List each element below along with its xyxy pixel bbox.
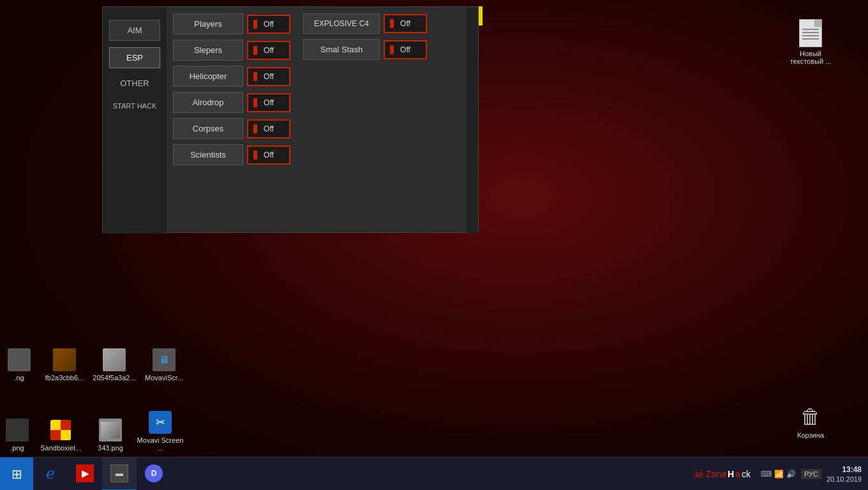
- desktop-icon-343[interactable]: 343.png: [87, 419, 134, 452]
- movavi-monitor-img: 🖥: [153, 348, 176, 371]
- movavi-scr-label: MovaviScr...: [145, 374, 183, 382]
- entity-players[interactable]: Players: [173, 13, 243, 34]
- movavi2-icon: ✂: [156, 415, 165, 429]
- entity-corpses[interactable]: Corpses: [173, 118, 243, 139]
- recycle-label: Корзина: [797, 431, 824, 439]
- 343-label: 343.png: [98, 444, 123, 452]
- nav-start-hack: START HACK: [110, 98, 159, 114]
- nav-aim[interactable]: AIM: [109, 20, 160, 41]
- discord-symbol: D: [151, 469, 157, 478]
- sq4: [61, 430, 71, 440]
- new-text-label: Новый текстовый ...: [785, 50, 836, 65]
- desktop-icon-movavi2[interactable]: ✂ Movavi Screen ...: [137, 411, 184, 452]
- file-line-2: [802, 32, 819, 33]
- 343-img: [99, 419, 122, 442]
- file-line-4: [802, 38, 819, 40]
- row-airodrop: Airodrop Off: [173, 92, 290, 113]
- 2054-img: [103, 348, 126, 371]
- nav-other: OTHER: [117, 75, 152, 92]
- file-icon: [799, 19, 822, 47]
- red-app-symbol: ▶: [82, 468, 89, 479]
- taskbar: ⊞ ℯ ▶ ▬ D ☠ Zona H: [0, 457, 868, 490]
- row-helicopter: Helicopter Off: [173, 66, 290, 87]
- fb2a-thumb: [53, 348, 76, 371]
- desktop-icon-2054[interactable]: 2054f5a3a2...: [91, 348, 138, 382]
- toggle-explosive-c4[interactable]: Off: [384, 14, 427, 33]
- entity-helicopter[interactable]: Helicopter: [173, 66, 243, 87]
- nav-esp[interactable]: ESP: [109, 47, 160, 68]
- partial-icon-label: .ng: [14, 374, 24, 382]
- taskbar-red-app[interactable]: ▶: [68, 457, 102, 491]
- zona-text-2: H: [728, 469, 734, 479]
- sandboxie-label: Sandboxiel...: [40, 444, 81, 452]
- row-smal-stash: Smal Stash Off: [303, 39, 427, 60]
- desktop-icon-partial2[interactable]: .png: [0, 419, 34, 452]
- file-line-3: [802, 35, 819, 36]
- fb2a-label: fb2a3cbb6...: [45, 374, 84, 382]
- entity-smal-stash[interactable]: Smal Stash: [303, 39, 380, 60]
- toggle-smal-stash[interactable]: Off: [384, 40, 427, 59]
- desktop-icon-movavi-scr[interactable]: 🖥 MovaviScr...: [140, 348, 188, 382]
- sandboxie-checker: [50, 420, 71, 440]
- desktop-icon-sandboxie[interactable]: Sandboxiel...: [37, 419, 84, 452]
- clock-date: 20.10.2019: [827, 475, 862, 483]
- entity-explosive-c4[interactable]: EXPLOSIVE C4: [303, 13, 380, 34]
- partial2-label: .png: [10, 444, 24, 452]
- ie-icon: ℯ: [46, 464, 55, 482]
- zona-skull-icon: ☠: [693, 466, 705, 482]
- windows-icon: ⊞: [11, 466, 22, 482]
- row-corpses: Corpses Off: [173, 118, 290, 139]
- hack-window: AIM ESP OTHER START HACK Players Off Sle…: [102, 6, 479, 233]
- system-tray-icons: ⌨ 📶 🔊: [761, 470, 796, 479]
- red-app-icon: ▶: [76, 464, 94, 482]
- zona-text-3: a: [735, 469, 740, 479]
- active-window-symbol: ▬: [116, 469, 123, 478]
- right-column: EXPLOSIVE C4 Off Smal Stash Off: [303, 13, 427, 226]
- entity-airodrop[interactable]: Airodrop: [173, 92, 243, 113]
- file-lines: [802, 29, 819, 41]
- zona-text-1: Zona: [706, 469, 726, 479]
- start-button[interactable]: ⊞: [0, 457, 33, 491]
- taskbar-active-window[interactable]: ▬: [102, 457, 137, 491]
- active-window-icon: ▬: [110, 464, 128, 482]
- row-slepers: Slepers Off: [173, 40, 290, 61]
- taskbar-ie[interactable]: ℯ: [33, 457, 68, 491]
- toggle-slepers[interactable]: Off: [247, 41, 290, 60]
- desktop-icon-new-text[interactable]: Новый текстовый ...: [785, 19, 836, 65]
- tray-icon-3: 🔊: [786, 470, 796, 479]
- entity-slepers[interactable]: Slepers: [173, 40, 243, 61]
- movavi2-label: Movavi Screen ...: [137, 436, 184, 452]
- partial2-img: [6, 419, 29, 442]
- movavi2-img: ✂: [149, 411, 172, 434]
- sq3: [50, 430, 61, 440]
- desktop-bottom-row1: .ng fb2a3cbb6... 2054f5a3a2... 🖥 MovaviS…: [0, 348, 188, 382]
- partial-icon-img: [8, 348, 31, 371]
- desktop-icon-fb2a[interactable]: fb2a3cbb6...: [41, 348, 88, 382]
- row-scientists: Scientists Off: [173, 144, 290, 165]
- desktop-bottom-row2: .png Sandboxiel... 343.png ✂: [0, 411, 184, 452]
- row-explosive-c4: EXPLOSIVE C4 Off: [303, 13, 427, 34]
- desktop-icon-recycle[interactable]: 🗑 Корзина: [785, 405, 836, 439]
- language-indicator: РУС: [801, 469, 821, 479]
- 2054-thumb: [103, 348, 126, 371]
- toggle-helicopter[interactable]: Off: [247, 67, 290, 86]
- clock-time: 13:48: [842, 465, 862, 474]
- zona-hack-logo: ☠ Zona H a ck: [693, 466, 751, 482]
- sq1: [50, 420, 61, 430]
- tray-icon-2: 📶: [774, 470, 784, 479]
- taskbar-discord[interactable]: D: [137, 457, 171, 491]
- row-players: Players Off: [173, 13, 290, 34]
- toggle-players[interactable]: Off: [247, 15, 290, 34]
- toggle-corpses[interactable]: Off: [247, 119, 290, 138]
- discord-icon: D: [145, 464, 163, 482]
- desktop: AIM ESP OTHER START HACK Players Off Sle…: [0, 0, 868, 490]
- toggle-scientists[interactable]: Off: [247, 145, 290, 165]
- recycle-icon: 🗑: [800, 405, 821, 429]
- sandboxie-img: [49, 419, 72, 442]
- right-panel-bar: [467, 7, 478, 234]
- toggle-airodrop[interactable]: Off: [247, 93, 290, 112]
- entity-scientists[interactable]: Scientists: [173, 144, 243, 165]
- sq2: [61, 420, 71, 430]
- desktop-icon-partial[interactable]: .ng: [0, 348, 38, 382]
- tray-icon-1: ⌨: [761, 470, 772, 479]
